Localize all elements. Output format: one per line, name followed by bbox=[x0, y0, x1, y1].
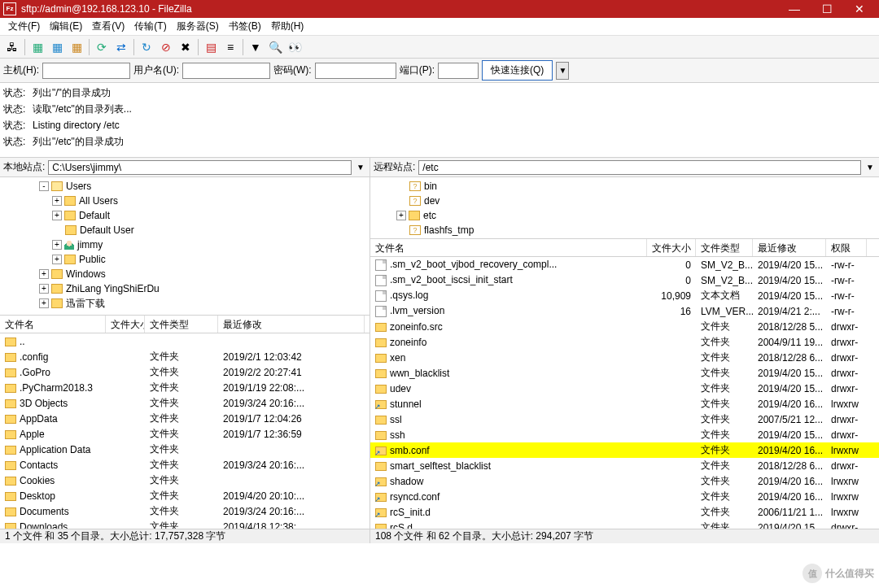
list-row[interactable]: xen文件夹2018/12/28 6...drwxr- bbox=[370, 350, 879, 365]
local-list[interactable]: 文件名文件大小文件类型最近修改 ...config文件夹2019/2/1 12:… bbox=[0, 316, 370, 529]
list-row[interactable]: .config文件夹2019/2/1 12:03:42 bbox=[0, 349, 370, 364]
column-header[interactable]: 文件类型 bbox=[145, 316, 218, 333]
menu-item[interactable]: 编辑(E) bbox=[45, 18, 87, 35]
menu-item[interactable]: 书签(B) bbox=[224, 18, 266, 35]
list-row[interactable]: Desktop文件夹2019/4/20 20:10:... bbox=[0, 488, 370, 503]
list-row[interactable]: .lvm_version16LVM_VER...2019/4/21 2:...-… bbox=[370, 303, 879, 319]
tree-node[interactable]: +ZhiLang YingShiErDu bbox=[0, 281, 370, 296]
list-row[interactable]: rcS.d文件夹2019/4/20 15...drwxr- bbox=[370, 520, 879, 529]
list-row[interactable]: .GoPro文件夹2019/2/2 20:27:41 bbox=[0, 364, 370, 380]
list-row[interactable]: zoneinfo文件夹2004/9/11 19...drwxr- bbox=[370, 334, 879, 350]
local-path-input[interactable] bbox=[48, 160, 352, 175]
tree-node[interactable]: ?bin bbox=[370, 179, 879, 194]
compare-button[interactable]: ⇄ bbox=[112, 38, 130, 56]
tree-expander[interactable]: + bbox=[39, 284, 49, 294]
column-header[interactable]: 权限 bbox=[826, 239, 867, 256]
quickconnect-button[interactable]: 快速连接(Q) bbox=[482, 60, 553, 81]
tree-node[interactable]: +All Users bbox=[0, 194, 370, 208]
menu-item[interactable]: 帮助(H) bbox=[266, 18, 309, 35]
column-header[interactable]: 文件类型 bbox=[696, 239, 753, 256]
process-queue-button[interactable]: ▤ bbox=[202, 38, 220, 56]
list-row[interactable]: .. bbox=[0, 333, 370, 349]
list-row[interactable]: 3D Objects文件夹2019/3/24 20:16:... bbox=[0, 395, 370, 411]
list-row[interactable]: ssl文件夹2007/5/21 12...drwxr- bbox=[370, 412, 879, 427]
tree-node[interactable]: Default User bbox=[0, 223, 370, 237]
tree-node[interactable]: ?dev bbox=[370, 194, 879, 208]
tree-expander[interactable]: + bbox=[39, 269, 49, 279]
list-row[interactable]: Cookies文件夹 bbox=[0, 473, 370, 488]
menu-item[interactable]: 查看(V) bbox=[87, 18, 129, 35]
queue-button[interactable]: ≡ bbox=[221, 38, 239, 56]
toggle-queue-button[interactable]: ▦ bbox=[68, 38, 85, 56]
list-row[interactable]: smart_selftest_blacklist文件夹2018/12/28 6.… bbox=[370, 458, 879, 473]
site-manager-button[interactable]: 🖧 bbox=[3, 38, 21, 56]
list-row[interactable]: rsyncd.conf文件夹2019/4/20 16...lrwxrw bbox=[370, 489, 879, 504]
list-row[interactable]: Apple文件夹2019/1/7 12:36:59 bbox=[0, 426, 370, 442]
menu-item[interactable]: 文件(F) bbox=[3, 18, 45, 35]
menu-item[interactable]: 服务器(S) bbox=[172, 18, 224, 35]
tree-node[interactable]: +迅雷下载 bbox=[0, 296, 370, 311]
column-header[interactable]: 最近修改 bbox=[218, 316, 365, 333]
tree-node[interactable]: ?flashfs_tmp bbox=[370, 223, 879, 237]
remote-list[interactable]: 文件名文件大小文件类型最近修改权限 .sm_v2_boot_vjbod_reco… bbox=[370, 239, 879, 529]
list-row[interactable]: .qsys.log10,909文本文档2019/4/20 15...-rw-r- bbox=[370, 288, 879, 303]
tree-node[interactable]: +Public bbox=[0, 252, 370, 267]
tree-expander[interactable]: + bbox=[52, 211, 62, 220]
close-button[interactable]: ✕ bbox=[843, 0, 876, 18]
tree-expander[interactable]: + bbox=[52, 255, 62, 264]
list-row[interactable]: .sm_v2_boot_iscsi_init_start0SM_V2_B...2… bbox=[370, 272, 879, 288]
sync-browse-button[interactable]: ⟳ bbox=[93, 38, 111, 56]
local-path-dropdown[interactable]: ▼ bbox=[355, 163, 366, 172]
toggle-log-button[interactable]: ▦ bbox=[28, 38, 46, 56]
search-button[interactable]: 🔍 bbox=[266, 38, 284, 56]
column-header[interactable]: 最近修改 bbox=[753, 239, 826, 256]
list-row[interactable]: Documents文件夹2019/3/24 20:16:... bbox=[0, 503, 370, 519]
list-row[interactable]: Downloads文件夹2019/4/18 12:38:... bbox=[0, 519, 370, 529]
tree-expander[interactable]: + bbox=[52, 196, 62, 206]
list-row[interactable]: smb.conf文件夹2019/4/20 16...lrwxrw bbox=[370, 442, 879, 458]
remote-path-input[interactable] bbox=[418, 160, 861, 175]
tree-node[interactable]: +etc bbox=[370, 208, 879, 223]
tree-expander[interactable]: + bbox=[52, 240, 62, 250]
tree-node[interactable]: +jimmy bbox=[0, 237, 370, 252]
binoculars-button[interactable]: 👀 bbox=[286, 38, 304, 56]
remote-tree[interactable]: ?bin?dev+etc?flashfs_tmp bbox=[370, 177, 879, 239]
filter-button[interactable]: ▼ bbox=[247, 38, 265, 56]
port-input[interactable] bbox=[438, 63, 479, 79]
column-header[interactable]: 文件大小 bbox=[647, 239, 696, 256]
column-header[interactable]: 文件名 bbox=[0, 316, 106, 333]
menu-item[interactable]: 传输(T) bbox=[129, 18, 171, 35]
pass-input[interactable] bbox=[315, 63, 396, 79]
list-row[interactable]: ssh文件夹2019/4/20 15...drwxr- bbox=[370, 427, 879, 442]
quickconnect-dropdown[interactable]: ▼ bbox=[556, 62, 569, 80]
list-row[interactable]: wwn_blacklist文件夹2019/4/20 15...drwxr- bbox=[370, 365, 879, 381]
disconnect-button[interactable]: ✖ bbox=[177, 38, 195, 56]
column-header[interactable]: 文件大小 bbox=[106, 316, 145, 333]
tree-expander[interactable]: + bbox=[39, 298, 49, 308]
list-row[interactable]: Application Data文件夹 bbox=[0, 442, 370, 457]
remote-path-dropdown[interactable]: ▼ bbox=[864, 163, 876, 172]
column-header[interactable]: 文件名 bbox=[370, 239, 647, 256]
list-row[interactable]: zoneinfo.src文件夹2018/12/28 5...drwxr- bbox=[370, 319, 879, 334]
local-tree[interactable]: -Users+All Users+DefaultDefault User+jim… bbox=[0, 177, 370, 316]
host-input[interactable] bbox=[42, 63, 130, 79]
list-row[interactable]: shadow文件夹2019/4/20 16...lrwxrw bbox=[370, 473, 879, 489]
user-input[interactable] bbox=[182, 63, 270, 79]
tree-node[interactable]: +Default bbox=[0, 208, 370, 223]
tree-expander[interactable]: + bbox=[396, 211, 406, 220]
list-row[interactable]: AppData文件夹2019/1/7 12:04:26 bbox=[0, 411, 370, 426]
toggle-tree-button[interactable]: ▦ bbox=[48, 38, 66, 56]
list-row[interactable]: .PyCharm2018.3文件夹2019/1/19 22:08:... bbox=[0, 380, 370, 395]
maximize-button[interactable]: ☐ bbox=[811, 0, 843, 18]
minimize-button[interactable]: — bbox=[778, 0, 811, 18]
list-row[interactable]: stunnel文件夹2019/4/20 16...lrwxrw bbox=[370, 396, 879, 412]
tree-expander[interactable]: - bbox=[39, 181, 49, 191]
list-row[interactable]: udev文件夹2019/4/20 15...drwxr- bbox=[370, 381, 879, 396]
cancel-button[interactable]: ⊘ bbox=[157, 38, 175, 56]
tree-node[interactable]: -Users bbox=[0, 179, 370, 194]
refresh-button[interactable]: ↻ bbox=[138, 38, 155, 56]
list-row[interactable]: rcS_init.d文件夹2006/11/21 1...lrwxrw bbox=[370, 504, 879, 520]
tree-node[interactable]: +Windows bbox=[0, 267, 370, 281]
list-row[interactable]: Contacts文件夹2019/3/24 20:16:... bbox=[0, 457, 370, 473]
list-row[interactable]: .sm_v2_boot_vjbod_recovery_compl...0SM_V… bbox=[370, 257, 879, 272]
